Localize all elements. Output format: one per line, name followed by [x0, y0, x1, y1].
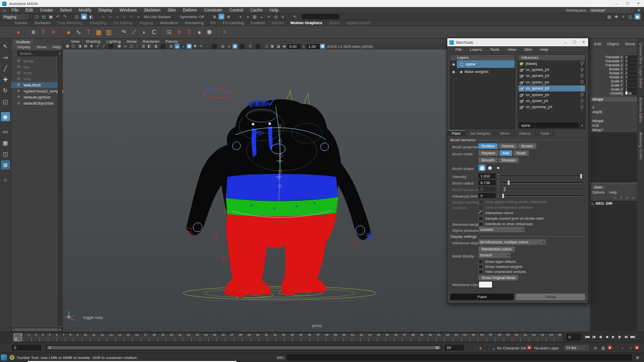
- intensity-field[interactable]: 1.000: [478, 173, 496, 178]
- mode-option-button[interactable]: Add: [500, 150, 512, 156]
- snap-grid-icon[interactable]: ∩: [100, 14, 106, 20]
- brush-shape-point-icon[interactable]: ⬤: [495, 164, 502, 171]
- eye-visibility-icon[interactable]: ◉: [450, 62, 457, 66]
- brush-radius-spinner[interactable]: ▲▼: [498, 180, 501, 185]
- wireframe-icon[interactable]: ◍: [169, 44, 174, 49]
- move-tool-icon[interactable]: ✚: [1, 75, 10, 84]
- skintools-menu-item[interactable]: Layers: [466, 47, 486, 52]
- mode-option-button[interactable]: Smooth: [478, 157, 498, 163]
- influence-row[interactable]: cn_spinec_jnt: [518, 79, 585, 85]
- soft-body-icon[interactable]: ●: [195, 28, 204, 37]
- outliner-item[interactable]: ▤ persp: [11, 58, 59, 64]
- new-scene-icon[interactable]: ▢: [34, 14, 40, 20]
- menu-item[interactable]: Edit: [22, 8, 37, 13]
- grid-snap-icon[interactable]: ⊞: [165, 28, 174, 37]
- animation-start-field[interactable]: 0: [12, 345, 41, 350]
- channel-box-menu-item[interactable]: Edit: [592, 42, 605, 46]
- quick-help-field[interactable]: [301, 14, 340, 19]
- skintools-menu-item[interactable]: Skin: [520, 47, 536, 52]
- output-window-icon[interactable]: [1, 354, 7, 360]
- gamma-field[interactable]: 1.00: [306, 44, 319, 49]
- minimize-button[interactable]: –: [611, 0, 622, 7]
- two-pane-layout-icon[interactable]: ◫: [1, 149, 10, 158]
- wireframe-on-shaded-icon[interactable]: ▩: [187, 44, 192, 49]
- panel-splitter[interactable]: [590, 184, 637, 184]
- mode-option-button[interactable]: Sharpen: [499, 157, 519, 163]
- clear-filter-icon[interactable]: ✕: [580, 123, 585, 128]
- attribute-editor-toggle-icon[interactable]: ≡: [620, 14, 626, 20]
- separator[interactable]: [288, 14, 289, 20]
- select-hierarchy-icon[interactable]: ◫: [74, 14, 80, 20]
- anim-layer-tab[interactable]: Anim: [591, 185, 605, 190]
- maximize-button[interactable]: ▢: [570, 39, 579, 46]
- channel-value-field[interactable]: 1: [624, 79, 637, 83]
- shelf-tab[interactable]: XGen: [326, 21, 343, 26]
- menu-set-dropdown[interactable]: Rigging: [2, 14, 28, 20]
- shelf-tab[interactable]: Custom: [248, 21, 269, 26]
- pin-influence-icon[interactable]: [580, 86, 584, 91]
- snap-projected-center-icon[interactable]: ∩: [121, 14, 127, 20]
- exposure-field[interactable]: 0.00: [287, 44, 300, 49]
- lock-workspace-icon[interactable]: ◈: [636, 7, 642, 13]
- channel-value-field[interactable]: 0: [624, 71, 637, 75]
- pin-influence-icon[interactable]: [580, 92, 584, 97]
- pencil-curve-icon[interactable]: ⟋: [129, 28, 138, 37]
- influences-limit-field[interactable]: 0: [478, 193, 496, 198]
- separator[interactable]: [240, 44, 246, 49]
- menu-item[interactable]: File: [8, 8, 22, 13]
- gate-mask-icon[interactable]: ⬚: [135, 44, 140, 49]
- separator[interactable]: [256, 44, 261, 49]
- smooth-shade-icon[interactable]: ●: [175, 44, 180, 49]
- sphere-primitive-icon[interactable]: ●: [64, 28, 73, 37]
- layer-row[interactable]: ◉ ◯ spine: [450, 60, 515, 68]
- type-tool-icon[interactable]: Ŧ: [39, 28, 48, 37]
- instancer-icon[interactable]: ▥: [104, 28, 113, 37]
- flood-button[interactable]: Flood: [516, 294, 585, 300]
- brush-radius-slider[interactable]: [501, 180, 583, 185]
- grease-pencil-icon[interactable]: ╱: [101, 44, 106, 49]
- mash-dynamics-icon[interactable]: ✶: [49, 28, 58, 37]
- channel-value-field[interactable]: 1: [624, 83, 637, 87]
- sample-joint-row[interactable]: Sample current joint on stroke start: [478, 216, 543, 221]
- playback-speed-icon[interactable]: ▥: [600, 345, 606, 351]
- hide-unselected-row[interactable]: Hide unselected vertices: [478, 269, 526, 274]
- influence-row[interactable]: cn_spinea_jnt: [518, 66, 585, 72]
- modeling-toolkit-toggle-icon[interactable]: ▧: [606, 14, 612, 20]
- shelf-tab[interactable]: Poly Modeling: [54, 21, 86, 26]
- menu-item[interactable]: Create: [36, 8, 56, 13]
- channel-value-field[interactable]: 0: [624, 55, 637, 59]
- layer-weight-icon[interactable]: ♫: [630, 195, 635, 200]
- shelf-tab[interactable]: Motion Graphics: [287, 21, 326, 26]
- outliner-menu-item[interactable]: Display: [14, 45, 33, 50]
- motion-blur-icon[interactable]: ◍: [220, 44, 225, 49]
- menu-item[interactable]: Select: [56, 8, 75, 13]
- shelf-tab[interactable]: Rendering: [182, 21, 207, 26]
- bookmark-icon[interactable]: ◨: [77, 44, 82, 49]
- separator[interactable]: [109, 44, 114, 49]
- go-to-start-button[interactable]: |◀◀: [584, 333, 590, 340]
- layer-editor-menu-item[interactable]: Options: [590, 190, 608, 195]
- zoom-tool-icon[interactable]: ○: [1, 175, 10, 185]
- blob-mesh-icon[interactable]: ◗: [139, 28, 148, 37]
- skintools-menu-item[interactable]: File: [451, 47, 466, 52]
- menu-item[interactable]: Cache: [247, 8, 266, 13]
- snap-view-plane-icon[interactable]: ∩: [128, 14, 134, 20]
- mute-all-layers-icon[interactable]: ♪: [612, 195, 617, 200]
- construction-history-icon[interactable]: ⊕: [225, 14, 231, 20]
- paint-button[interactable]: Paint: [450, 294, 514, 300]
- menu-item[interactable]: Modify: [75, 8, 95, 13]
- shelf-tab[interactable]: Rigging: [136, 21, 156, 26]
- input-node-row[interactable]: 4: [590, 105, 637, 110]
- skintools-titlebar[interactable]: SkinTools –▢✕: [447, 38, 588, 46]
- mute-playback-icon[interactable]: ⊖: [592, 345, 598, 351]
- time-slider[interactable]: 0123456789101112131415161718192021222324…: [0, 332, 644, 342]
- save-scene-icon[interactable]: ▣: [48, 14, 54, 20]
- influences-limit-spinner[interactable]: ▲▼: [498, 193, 501, 198]
- separator[interactable]: [160, 44, 166, 49]
- redo-icon[interactable]: ↷: [62, 14, 68, 20]
- viewport-menu-item[interactable]: Show: [124, 39, 140, 44]
- hide-unselected-checkbox[interactable]: [478, 269, 483, 274]
- viewport-menu-item[interactable]: Renderer: [140, 39, 163, 44]
- depth-of-field-icon[interactable]: ◉: [232, 44, 237, 49]
- pin-influence-icon[interactable]: [580, 105, 584, 110]
